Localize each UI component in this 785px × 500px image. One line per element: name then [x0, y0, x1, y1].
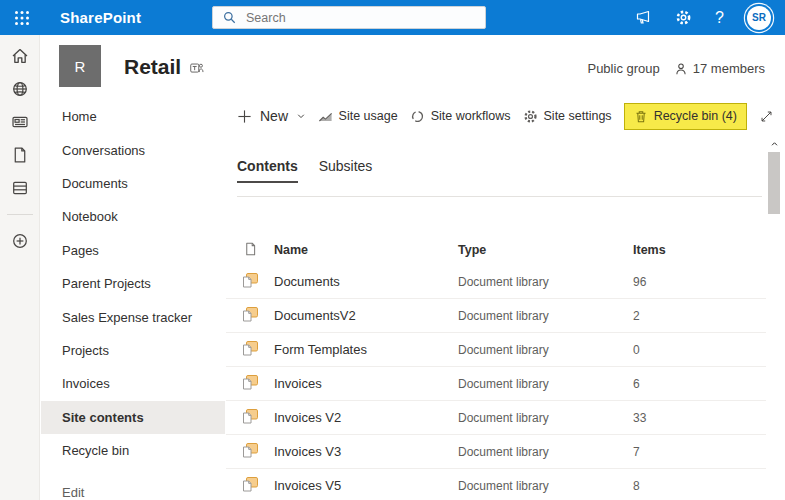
table-row[interactable]: Form Templates Document library 0 — [226, 333, 766, 367]
row-items: 0 — [633, 343, 640, 357]
document-library-icon — [241, 408, 259, 425]
scrollbar-thumb[interactable] — [768, 152, 780, 214]
sidebar-item-pages[interactable]: Pages — [41, 234, 225, 267]
document-library-icon — [241, 306, 259, 323]
sidebar-item-parent-projects[interactable]: Parent Projects — [41, 267, 225, 300]
row-name[interactable]: Invoices V5 — [274, 478, 341, 493]
command-bar-right: Site usage Site workflows Site sett — [318, 103, 773, 130]
site-logo[interactable]: R — [59, 45, 101, 87]
document-library-icon — [241, 340, 259, 357]
document-icon[interactable] — [11, 146, 29, 164]
sidebar-item-recycle-bin[interactable]: Recycle bin — [41, 434, 225, 467]
row-type: Document library — [458, 445, 549, 459]
row-name[interactable]: DocumentsV2 — [274, 308, 356, 323]
row-type: Document library — [458, 411, 549, 425]
row-name[interactable]: Documents — [274, 274, 340, 289]
rail-divider — [7, 214, 33, 215]
sidebar-item-home[interactable]: Home — [41, 100, 225, 133]
row-type: Document library — [458, 275, 549, 289]
sidebar-item-site-contents[interactable]: Site contents — [41, 401, 225, 434]
chart-icon — [318, 109, 333, 124]
sidebar-item-sales-expense-tracker[interactable]: Sales Expense tracker — [41, 300, 225, 333]
row-name[interactable]: Invoices V3 — [274, 444, 341, 459]
scroll-up-icon[interactable] — [767, 136, 781, 151]
suite-bar: SharePoint ? SR — [0, 0, 785, 35]
sync-icon — [410, 109, 425, 124]
megaphone-icon[interactable] — [635, 10, 652, 25]
row-name[interactable]: Invoices — [274, 376, 322, 391]
table-row[interactable]: Invoices V5 Document library 8 — [226, 469, 766, 500]
table-row[interactable]: Documents Document library 96 — [226, 265, 766, 299]
chevron-down-icon — [296, 111, 306, 121]
row-items: 2 — [633, 309, 640, 323]
site-nav: Home Conversations Documents Notebook Pa… — [41, 97, 225, 500]
avatar[interactable]: SR — [747, 6, 771, 30]
suite-bar-right: ? SR — [635, 0, 774, 35]
table-row[interactable]: Invoices V2 Document library 33 — [226, 401, 766, 435]
person-icon — [674, 62, 688, 76]
table-row[interactable]: Invoices Document library 6 — [226, 367, 766, 401]
row-type: Document library — [458, 377, 549, 391]
site-usage-button[interactable]: Site usage — [318, 109, 398, 124]
row-items: 6 — [633, 377, 640, 391]
site-settings-label: Site settings — [544, 109, 612, 123]
site-settings-button[interactable]: Site settings — [523, 109, 612, 124]
table-row[interactable]: Invoices V3 Document library 7 — [226, 435, 766, 469]
site-workflows-button[interactable]: Site workflows — [410, 109, 511, 124]
search-icon — [223, 11, 236, 24]
document-library-icon — [241, 476, 259, 493]
recycle-bin-button[interactable]: Recycle bin (4) — [624, 103, 747, 130]
sidebar-item-notebook[interactable]: Notebook — [41, 200, 225, 233]
column-header-name[interactable]: Name — [274, 243, 308, 257]
row-items: 33 — [633, 411, 646, 425]
row-items: 7 — [633, 445, 640, 459]
members-link[interactable]: 17 members — [674, 61, 765, 76]
news-icon[interactable] — [11, 113, 29, 131]
gear-icon[interactable] — [675, 9, 692, 26]
search-box[interactable] — [212, 6, 486, 29]
command-bar: New Site usage — [226, 100, 785, 132]
site-header: R Retail Public group 17 members — [41, 35, 785, 97]
tab-subsites[interactable]: Subsites — [319, 158, 373, 183]
expand-diagonal-icon[interactable] — [760, 110, 773, 123]
row-type: Document library — [458, 343, 549, 357]
site-title[interactable]: Retail — [124, 55, 181, 79]
column-header-items[interactable]: Items — [633, 243, 666, 257]
app-name[interactable]: SharePoint — [60, 9, 141, 26]
search-input[interactable] — [244, 10, 468, 26]
home-icon[interactable] — [11, 47, 29, 65]
table-row[interactable]: DocumentsV2 Document library 2 — [226, 299, 766, 333]
tabs-divider — [237, 196, 762, 197]
sidebar-edit-link[interactable]: Edit — [41, 476, 225, 500]
gear-icon — [523, 109, 538, 124]
column-header-type[interactable]: Type — [458, 243, 486, 257]
new-button-label: New — [260, 108, 288, 124]
row-type: Document library — [458, 309, 549, 323]
create-icon[interactable] — [11, 232, 29, 250]
row-name[interactable]: Form Templates — [274, 342, 367, 357]
document-library-icon — [241, 272, 259, 289]
new-button[interactable]: New — [237, 108, 306, 124]
tab-contents[interactable]: Contents — [237, 158, 298, 183]
contents-list: Documents Document library 96 DocumentsV… — [226, 265, 766, 500]
app-rail — [0, 35, 40, 500]
members-count: 17 members — [693, 61, 765, 76]
sidebar-item-projects[interactable]: Projects — [41, 334, 225, 367]
library-icon[interactable] — [11, 179, 29, 197]
recycle-bin-label: Recycle bin (4) — [654, 109, 737, 123]
sidebar-item-documents[interactable]: Documents — [41, 167, 225, 200]
sidebar-item-conversations[interactable]: Conversations — [41, 133, 225, 166]
waffle-icon[interactable] — [0, 0, 44, 35]
vertical-scrollbar[interactable] — [767, 136, 781, 500]
plus-icon — [237, 109, 252, 124]
row-name[interactable]: Invoices V2 — [274, 410, 341, 425]
site-workflows-label: Site workflows — [431, 109, 511, 123]
sidebar-item-invoices[interactable]: Invoices — [41, 367, 225, 400]
pivot-tabs: Contents Subsites — [237, 158, 372, 183]
help-icon[interactable]: ? — [715, 9, 724, 27]
trash-icon — [634, 109, 648, 124]
row-items: 96 — [633, 275, 646, 289]
document-library-icon — [241, 374, 259, 391]
globe-icon[interactable] — [11, 80, 29, 98]
privacy-label: Public group — [587, 61, 659, 76]
